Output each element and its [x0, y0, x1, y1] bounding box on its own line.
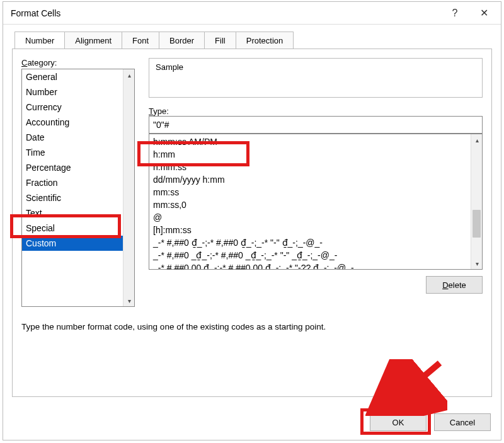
hint-text: Type the number format code, using one o… — [21, 322, 483, 331]
type-item[interactable]: h:mm:ss AM/PM — [152, 135, 469, 148]
category-item-fraction[interactable]: Fraction — [22, 175, 134, 190]
cancel-button[interactable]: Cancel — [434, 413, 491, 431]
delete-button[interactable]: Delete — [426, 276, 483, 294]
scroll-down-icon[interactable]: ▾ — [123, 295, 135, 306]
scroll-thumb[interactable] — [472, 210, 481, 238]
type-item[interactable]: h:mm:ss — [152, 161, 469, 173]
tab-font[interactable]: Font — [122, 32, 159, 49]
category-item-time[interactable]: Time — [22, 145, 134, 160]
tab-alignment[interactable]: Alignment — [64, 32, 122, 49]
type-list[interactable]: h:mm:ss AM/PMh:mmh:mm:ssdd/mm/yyyy h:mmm… — [149, 134, 483, 270]
type-item[interactable]: mm:ss — [152, 186, 469, 198]
dialog-title: Format Cells — [11, 8, 440, 18]
category-item-number[interactable]: Number — [22, 84, 134, 100]
scroll-up-icon[interactable]: ▴ — [471, 134, 483, 146]
category-scrollbar[interactable]: ▴ ▾ — [123, 69, 134, 306]
category-label: Category: — [21, 58, 135, 67]
type-item[interactable]: _-* #,##0,00 ₫_-;-* #,##0,00 ₫_-;_-* "-?… — [152, 262, 469, 270]
content-area: Number Alignment Font Border Fill Protec… — [3, 25, 501, 406]
category-item-scientific[interactable]: Scientific — [22, 190, 134, 205]
category-item-percentage[interactable]: Percentage — [22, 160, 134, 175]
category-item-general[interactable]: General — [22, 69, 134, 84]
type-item[interactable]: mm:ss,0 — [152, 198, 469, 211]
type-item[interactable]: dd/mm/yyyy h:mm — [152, 173, 469, 186]
sample-label: Sample — [156, 62, 476, 72]
ok-button[interactable]: OK — [370, 413, 427, 431]
tab-number[interactable]: Number — [14, 32, 65, 49]
help-button[interactable]: ? — [440, 3, 469, 24]
scroll-up-icon[interactable]: ▴ — [123, 69, 135, 81]
type-item[interactable]: [h]:mm:ss — [152, 224, 469, 236]
category-list[interactable]: GeneralNumberCurrencyAccountingDateTimeP… — [21, 69, 135, 307]
category-item-custom[interactable]: Custom — [22, 236, 134, 251]
tab-strip: Number Alignment Font Border Fill Protec… — [12, 31, 492, 49]
type-item[interactable]: _-* #,##0 ₫_-;-* #,##0 ₫_-;_-* "-" ₫_-;_… — [152, 236, 469, 249]
type-input[interactable] — [149, 116, 483, 134]
dialog-footer: OK Cancel — [3, 406, 501, 440]
sample-value — [156, 72, 476, 82]
type-item[interactable]: h:mm — [152, 148, 469, 161]
category-item-text[interactable]: Text — [22, 205, 134, 221]
close-button[interactable]: ✕ — [469, 3, 498, 24]
scroll-down-icon[interactable]: ▾ — [471, 258, 483, 269]
titlebar: Format Cells ? ✕ — [3, 2, 501, 25]
type-scrollbar[interactable]: ▴ ▾ — [471, 134, 482, 269]
tab-panel-number: Category: GeneralNumberCurrencyAccountin… — [12, 49, 492, 397]
category-item-accounting[interactable]: Accounting — [22, 115, 134, 130]
delete-button-rest: elete — [449, 280, 466, 290]
category-item-date[interactable]: Date — [22, 130, 134, 145]
category-item-special[interactable]: Special — [22, 221, 134, 236]
tab-fill[interactable]: Fill — [204, 32, 236, 49]
type-item[interactable]: @ — [152, 211, 469, 224]
tab-border[interactable]: Border — [159, 32, 205, 49]
category-item-currency[interactable]: Currency — [22, 100, 134, 115]
type-label: Type: — [149, 106, 483, 116]
format-cells-dialog: Format Cells ? ✕ Number Alignment Font B… — [3, 1, 501, 440]
tab-protection[interactable]: Protection — [236, 32, 294, 49]
type-item[interactable]: _-* #,##0 _₫_-;-* #,##0 _₫_-;_-* "-" _₫_… — [152, 249, 469, 262]
